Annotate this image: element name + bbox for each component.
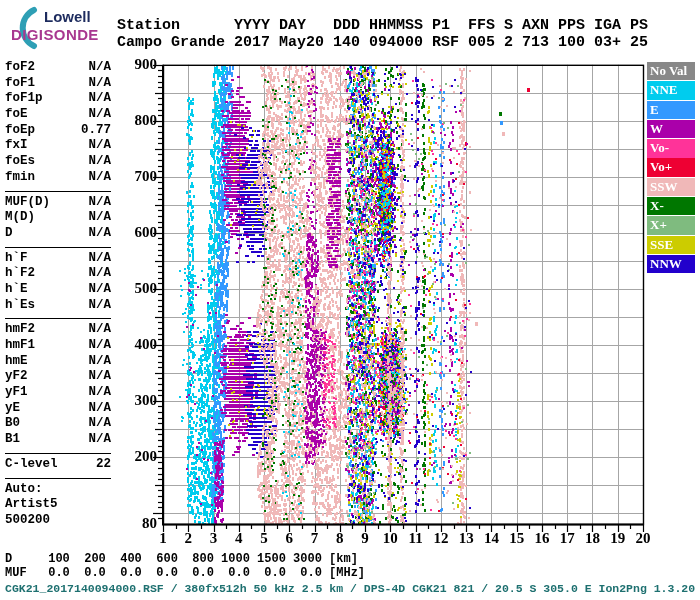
param-label: foE — [5, 107, 28, 123]
param-value: N/A — [88, 76, 111, 92]
logo-digisonde-text: DIGISONDE — [11, 26, 99, 43]
param-row: fminN/A — [5, 170, 111, 186]
param-value: N/A — [88, 298, 111, 314]
legend-item-Vo+: Vo+ — [647, 158, 695, 176]
param-value: 22 — [96, 457, 111, 473]
param-value: N/A — [88, 154, 111, 170]
param-row: yEN/A — [5, 401, 111, 417]
param-label: h`F — [5, 251, 28, 267]
param-label: foF1p — [5, 91, 43, 107]
param-label: D — [5, 226, 13, 242]
param-label: 500200 — [5, 513, 50, 529]
legend-item-NoVal: No Val — [647, 62, 695, 80]
station-header-line1: Station YYYY DAY DDD HHMMSS P1 FFS S AXN… — [117, 17, 648, 34]
param-row: foF2N/A — [5, 60, 111, 76]
station-header: Station YYYY DAY DDD HHMMSS P1 FFS S AXN… — [117, 18, 648, 51]
param-row: B0N/A — [5, 416, 111, 432]
param-separator — [5, 473, 111, 479]
param-value: N/A — [88, 338, 111, 354]
param-label: hmE — [5, 354, 28, 370]
footer-info: CGK21_2017140094000.RSF / 380fx512h 50 k… — [5, 582, 695, 595]
lowell-digisonde-logo: Lowell DIGISONDE — [4, 6, 116, 48]
param-row: h`EsN/A — [5, 298, 111, 314]
param-value: N/A — [88, 282, 111, 298]
param-label: h`F2 — [5, 266, 35, 282]
param-value: N/A — [88, 195, 111, 211]
param-value: N/A — [88, 60, 111, 76]
param-value: N/A — [88, 432, 111, 448]
param-label: Auto: — [5, 482, 43, 498]
legend-item-SSE: SSE — [647, 236, 695, 254]
param-label: hmF1 — [5, 338, 35, 354]
muf-row: MUF 0.0 0.0 0.0 0.0 0.0 0.0 0.0 0.0 [MHz… — [5, 566, 365, 580]
param-value: N/A — [88, 416, 111, 432]
param-row: h`F2N/A — [5, 266, 111, 282]
param-label: C-level — [5, 457, 58, 473]
param-value: N/A — [88, 170, 111, 186]
param-row: B1N/A — [5, 432, 111, 448]
distance-muf-rows: D 100 200 400 600 800 1000 1500 3000 [km… — [5, 553, 365, 580]
param-separator — [5, 448, 111, 454]
param-value: N/A — [88, 251, 111, 267]
param-separator — [5, 242, 111, 248]
legend-item-Vo-: Vo- — [647, 139, 695, 157]
legend-item-X+: X+ — [647, 216, 695, 234]
param-row: foEp0.77 — [5, 123, 111, 139]
param-label: B0 — [5, 416, 20, 432]
param-row: h`FN/A — [5, 251, 111, 267]
param-label: foEs — [5, 154, 35, 170]
param-value: N/A — [88, 369, 111, 385]
param-value: N/A — [88, 107, 111, 123]
param-label: fmin — [5, 170, 35, 186]
param-value: N/A — [88, 226, 111, 242]
param-label: h`E — [5, 282, 28, 298]
parameter-panel: foF2N/AfoF1N/AfoF1pN/AfoEN/AfoEp0.77fxIN… — [5, 60, 111, 529]
param-row: hmEN/A — [5, 354, 111, 370]
param-label: hmF2 — [5, 322, 35, 338]
param-label: MUF(D) — [5, 195, 50, 211]
param-row: MUF(D)N/A — [5, 195, 111, 211]
param-row: yF2N/A — [5, 369, 111, 385]
legend-item-SSW: SSW — [647, 178, 695, 196]
param-value: N/A — [88, 322, 111, 338]
param-value: N/A — [88, 385, 111, 401]
param-label: Artist5 — [5, 497, 58, 513]
param-row: DN/A — [5, 226, 111, 242]
param-label: M(D) — [5, 210, 35, 226]
param-row: 500200 — [5, 513, 111, 529]
param-label: foEp — [5, 123, 35, 139]
param-row: hmF1N/A — [5, 338, 111, 354]
param-row: foEsN/A — [5, 154, 111, 170]
legend-item-W: W — [647, 120, 695, 138]
station-header-line2: Campo Grande 2017 May20 140 094000 RSF 0… — [117, 34, 648, 51]
param-label: B1 — [5, 432, 20, 448]
param-value: N/A — [88, 91, 111, 107]
param-row: Auto: — [5, 482, 111, 498]
param-row: fxIN/A — [5, 138, 111, 154]
param-label: fxI — [5, 138, 28, 154]
distance-row: D 100 200 400 600 800 1000 1500 3000 [km… — [5, 552, 358, 566]
param-row: Artist5 — [5, 497, 111, 513]
param-row: C-level22 — [5, 457, 111, 473]
param-row: foF1N/A — [5, 76, 111, 92]
param-separator — [5, 313, 111, 319]
param-row: M(D)N/A — [5, 210, 111, 226]
legend-item-E: E — [647, 101, 695, 119]
param-label: h`Es — [5, 298, 35, 314]
param-row: hmF2N/A — [5, 322, 111, 338]
param-separator — [5, 186, 111, 192]
param-label: yF1 — [5, 385, 28, 401]
param-row: h`EN/A — [5, 282, 111, 298]
param-label: foF1 — [5, 76, 35, 92]
param-row: foF1pN/A — [5, 91, 111, 107]
param-value: N/A — [88, 210, 111, 226]
velocity-direction-legend: No ValNNEEWVo-Vo+SSWX-X+SSENNW — [647, 62, 695, 274]
param-label: yF2 — [5, 369, 28, 385]
legend-item-NNE: NNE — [647, 81, 695, 99]
param-value: N/A — [88, 354, 111, 370]
param-label: yE — [5, 401, 20, 417]
legend-item-X-: X- — [647, 197, 695, 215]
legend-item-NNW: NNW — [647, 255, 695, 273]
logo-lowell-text: Lowell — [44, 8, 91, 25]
param-value: 0.77 — [81, 123, 111, 139]
